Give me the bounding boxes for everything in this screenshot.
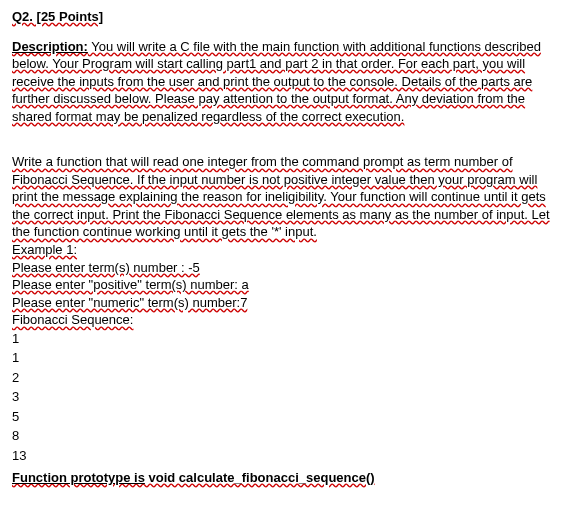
example-line-1: Please enter term(s) number : -5 [12,259,562,277]
prototype-label: Function prototype is [12,470,145,485]
example-line-3: Please enter "numeric" term(s) number:7 [12,294,562,312]
function-prototype: Function prototype is void calculate_fib… [12,469,562,487]
description-text: You will write a C file with the main fu… [12,39,541,124]
example-line-2: Please enter "positive" term(s) number: … [12,276,562,294]
description-paragraph: Description: You will write a C file wit… [12,38,562,126]
seq-value: 8 [12,426,562,446]
question-header: Q2. [25 Points] [12,8,562,26]
sequence-label: Fibonacci Sequence: [12,311,562,329]
prototype-value: void calculate_fibonacci_sequence() [145,470,375,485]
seq-value: 1 [12,329,562,349]
seq-value: 1 [12,348,562,368]
example-title: Example 1: [12,241,562,259]
seq-value: 5 [12,407,562,427]
seq-value: 3 [12,387,562,407]
instruction-paragraph: Write a function that will read one inte… [12,153,562,241]
description-label: Description: [12,39,88,54]
seq-value: 2 [12,368,562,388]
seq-value: 13 [12,446,562,466]
